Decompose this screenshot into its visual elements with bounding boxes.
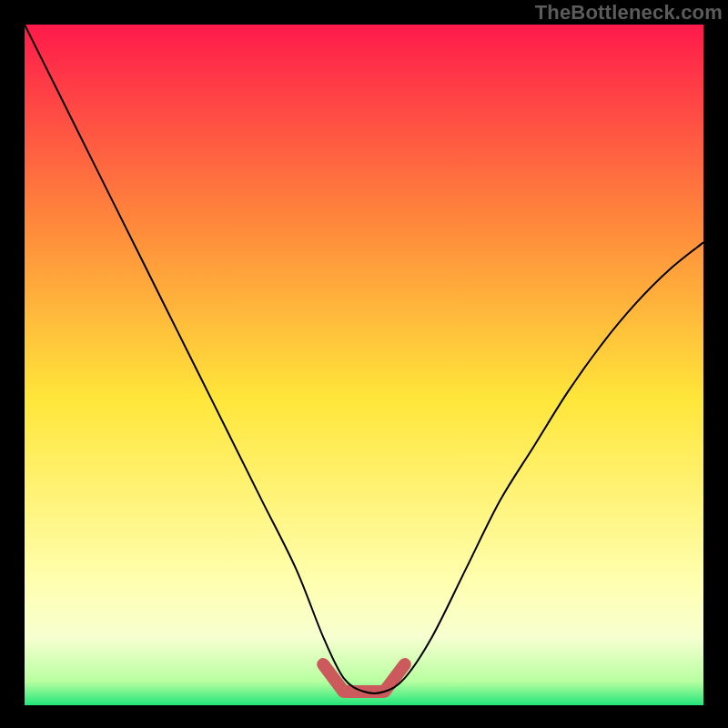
gradient-background (25, 25, 703, 705)
bottleneck-chart (0, 0, 728, 728)
chart-frame: TheBottleneck.com (0, 0, 728, 728)
watermark-text: TheBottleneck.com (535, 1, 723, 25)
